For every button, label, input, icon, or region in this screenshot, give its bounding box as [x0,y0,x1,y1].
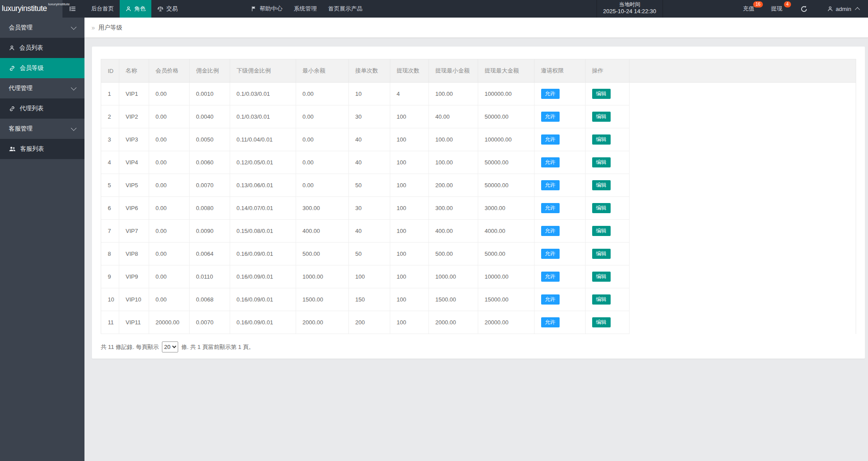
cell-max-withdraw: 10000.00 [478,265,534,288]
table-row: 9VIP90.000.01100.16/0.09/0.011000.001001… [101,265,856,288]
cell-sub-commission: 0.15/0.08/0.01 [230,220,296,243]
sidebar-item-member-list[interactable]: 会员列表 [0,38,84,58]
edit-button[interactable]: 编辑 [592,89,611,99]
nav-item-trade[interactable]: 交易 [151,0,183,18]
cell-price: 0.00 [149,197,189,220]
allow-button[interactable]: 允许 [541,249,560,259]
flag-icon [251,6,257,12]
cell-min-balance: 400.00 [296,220,348,243]
cell-actions: 编辑 [585,288,629,311]
column-header-withdraw-count: 提现次数 [390,59,429,83]
cell-name: VIP4 [119,151,149,174]
recharge-link[interactable]: 充值 16 [738,0,760,18]
main-area: » 用户等级 ID名称会员价格佣金比例下级佣金比例最小余额接单次数提现次数提现最… [84,18,868,461]
allow-button[interactable]: 允许 [541,294,560,305]
edit-button[interactable]: 编辑 [592,317,611,327]
sidebar-item-agent-list[interactable]: 代理列表 [0,98,84,119]
cell-max-withdraw: 15000.00 [478,288,534,311]
cell-min-balance: 0.00 [296,174,348,197]
column-header-filler [629,59,856,83]
sidebar-item-service-management[interactable]: 客服管理 [0,119,84,139]
edit-button[interactable]: 编辑 [592,157,611,167]
allow-button[interactable]: 允许 [541,157,560,167]
sidebar-item-service-list[interactable]: 客服列表 [0,139,84,159]
edit-button[interactable]: 编辑 [592,203,611,213]
allow-button[interactable]: 允许 [541,134,560,145]
link-icon [9,105,15,112]
allow-button[interactable]: 允许 [541,89,560,99]
cell-sub-commission: 0.1/0.03/0.01 [230,105,296,128]
sidebar-item-agent-management[interactable]: 代理管理 [0,78,84,98]
nav-item-help-center[interactable]: 帮助中心 [245,0,288,18]
cell-commission: 0.0064 [189,243,230,265]
cell-actions: 编辑 [585,197,629,220]
allow-button[interactable]: 允许 [541,226,560,236]
cell-commission: 0.0070 [189,174,230,197]
sidebar-item-member-management[interactable]: 会员管理 [0,18,84,38]
sidebar-group-label: 代理管理 [9,84,33,92]
edit-button[interactable]: 编辑 [592,249,611,259]
cell-min-balance: 1000.00 [296,265,348,288]
edit-button[interactable]: 编辑 [592,272,611,282]
column-header-sub-commission: 下级佣金比例 [230,59,296,83]
cell-min-balance: 0.00 [296,105,348,128]
cell-filler [629,128,856,151]
cell-name: VIP1 [119,83,149,105]
logo-text: luxuryinstitute [2,2,47,15]
cell-order-count: 50 [348,174,390,197]
cell-max-withdraw: 50000.00 [478,174,534,197]
edit-button[interactable]: 编辑 [592,294,611,305]
edit-button[interactable]: 编辑 [592,112,611,122]
cell-commission: 0.0110 [189,265,230,288]
nav-item-system[interactable]: 系统管理 [288,0,322,18]
nav-item-home[interactable]: 后台首页 [85,0,120,18]
refresh-button[interactable] [795,0,813,18]
cell-price: 0.00 [149,105,189,128]
allow-button[interactable]: 允许 [541,317,560,327]
cell-filler [629,288,856,311]
column-header-min-balance: 最小余额 [296,59,348,83]
cell-min-withdraw: 100.00 [429,128,478,151]
table-wrapper: ID名称会员价格佣金比例下级佣金比例最小余额接单次数提现次数提现最小金额提现最大… [101,59,856,334]
users-icon [9,145,16,152]
page-title: 用户等级 [99,24,122,32]
cell-max-withdraw: 100000.00 [478,83,534,105]
scales-icon [157,6,164,12]
cell-min-withdraw: 1500.00 [429,288,478,311]
cell-order-count: 30 [348,197,390,220]
sidebar-item-label: 客服列表 [20,145,44,153]
allow-button[interactable]: 允许 [541,203,560,213]
local-time: 当地时间 2025-10-24 14:22:30 [597,0,663,18]
edit-button[interactable]: 编辑 [592,226,611,236]
column-header-id: ID [101,59,119,83]
edit-button[interactable]: 编辑 [592,134,611,145]
user-menu[interactable]: admin [822,0,864,18]
hamburger-menu-icon[interactable] [65,0,80,18]
nav-item-label: 交易 [166,5,178,13]
cell-id: 11 [101,311,119,334]
cell-commission: 0.0010 [189,83,230,105]
cell-price: 0.00 [149,83,189,105]
topbar: luxuryinstitute luxuryinstitute 后台首页角色交易… [0,0,868,18]
table-row: 11VIP1120000.000.00700.16/0.09/0.012000.… [101,311,856,334]
nav-item-home-products[interactable]: 首页展示产品 [322,0,368,18]
sidebar-item-member-level[interactable]: 会员等级 [0,58,84,78]
cell-commission: 0.0080 [189,197,230,220]
cell-id: 10 [101,288,119,311]
allow-button[interactable]: 允许 [541,180,560,190]
allow-button[interactable]: 允许 [541,272,560,282]
cell-actions: 编辑 [585,265,629,288]
page-size-select[interactable]: 20 [162,341,178,352]
cell-min-withdraw: 1000.00 [429,265,478,288]
cell-actions: 编辑 [585,220,629,243]
cell-id: 2 [101,105,119,128]
cell-min-balance: 0.00 [296,128,348,151]
withdraw-link[interactable]: 提现 4 [766,0,788,18]
allow-button[interactable]: 允许 [541,112,560,122]
cell-max-withdraw: 50000.00 [478,105,534,128]
edit-button[interactable]: 编辑 [592,180,611,190]
cell-invite-permission: 允许 [534,220,585,243]
sidebar-item-label: 会员列表 [19,44,43,52]
cell-filler [629,311,856,334]
nav-item-role[interactable]: 角色 [120,0,151,18]
